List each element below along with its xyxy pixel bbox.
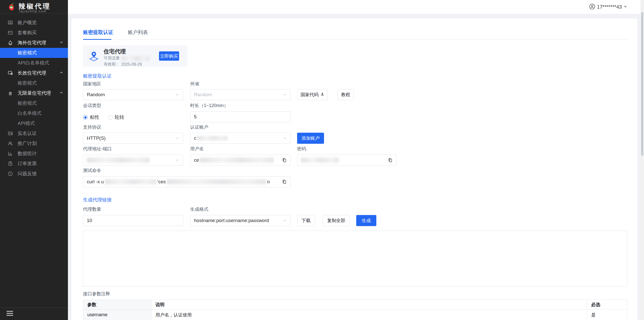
auth-account-redacted	[197, 136, 227, 140]
wallet-icon	[8, 30, 13, 35]
protocol-label: 支持协议	[83, 124, 101, 130]
table-row: username 用户名，认证使用 是	[83, 310, 627, 320]
auth-account-label: 认证账户	[190, 124, 208, 130]
sidebar-item-package-purchase[interactable]: 套餐购买	[0, 28, 68, 38]
proxy-layers-pin-icon	[88, 50, 100, 64]
radio-dot	[83, 115, 88, 120]
param-note-label: 接口参数注释	[83, 291, 110, 297]
tab-credential-extract-auth[interactable]: 账密提取认证	[83, 29, 113, 40]
sidebar-item-realname-auth[interactable]: 实名认证	[0, 128, 68, 138]
sidebar-item-whitelist-mode[interactable]: 白名单模式	[0, 108, 68, 118]
country-label: 国家地区	[83, 81, 101, 87]
test-command-part1: curl -x u	[87, 179, 104, 185]
sidebar-item-feedback[interactable]: 问题反馈	[0, 169, 68, 179]
format-select[interactable]: hostname:port:username:password	[190, 215, 291, 226]
password-label: 密码	[297, 146, 306, 152]
test-command-redacted-1	[105, 179, 156, 184]
sidebar-item-credential-mode-unlimited[interactable]: 账密模式	[0, 98, 68, 108]
auth-account-select[interactable]: c	[190, 133, 291, 144]
traffic-label: 可用流量	[104, 56, 120, 61]
sidebar-item-credential-mode-overseas[interactable]: 账密模式	[0, 48, 68, 58]
protocol-select[interactable]: HTTP(S)	[83, 133, 183, 144]
sidebar-item-api-whitelist-mode[interactable]: API白名单模式	[0, 58, 68, 68]
active-tab-underline	[83, 39, 111, 40]
proxy-count-input[interactable]	[83, 215, 183, 226]
username-text: 17*******43	[597, 4, 622, 10]
param-cell-desc: 用户名，认证使用	[151, 310, 587, 320]
param-table-header-row: 参数 说明 必选	[83, 300, 627, 310]
sidebar-item-api-mode[interactable]: API模式	[0, 118, 68, 128]
test-command-part3: n	[267, 179, 270, 185]
people-icon	[8, 141, 13, 146]
product-summary-card: 住宅代理 可用流量 有效期： 2025-09-29 立即购买	[83, 45, 187, 67]
brand-logo: 辣椒代理 lajiaohttp.com	[0, 0, 68, 14]
test-command-field[interactable]: curl -x u 'ces n	[83, 176, 291, 187]
username-label: 用户名	[190, 146, 204, 152]
chevron-up-icon	[59, 90, 63, 96]
generate-button[interactable]: 生成	[356, 215, 376, 226]
proxy-count-label: 代理数量	[83, 206, 101, 212]
proxy-address-label: 代理地址-端口	[83, 146, 112, 152]
auth-account-visible-text: c	[194, 135, 196, 141]
radio-dot	[108, 115, 112, 120]
param-header-desc: 说明	[151, 300, 587, 310]
water-drop-icon	[8, 40, 13, 46]
exclamation-circle-icon	[8, 171, 13, 176]
topbar: 17*******43	[68, 0, 640, 14]
chevron-down-icon	[283, 219, 287, 223]
sidebar-item-referral-plan[interactable]: 推广计划	[0, 138, 68, 149]
expiry-value: 2025-09-29	[121, 62, 142, 67]
content-card: 账密提取认证 账户列表 住宅代理 可用流量 有效期： 2025-09-29 立即…	[71, 18, 637, 320]
sidebar-item-orders-invoices[interactable]: 订单发票	[0, 159, 68, 169]
section-generate-links-heading[interactable]: 生成代理链接	[83, 197, 112, 203]
radio-sticky[interactable]: 粘性	[83, 114, 99, 121]
sidebar-group-longterm-residential[interactable]: 长效住宅代理	[0, 68, 68, 78]
section-credential-extract-heading[interactable]: 账密提取认证	[83, 73, 112, 79]
state-select[interactable]: Random	[190, 89, 291, 100]
id-card-icon	[8, 131, 13, 136]
username-redacted	[199, 158, 274, 163]
copy-icon[interactable]	[282, 158, 287, 163]
tab-bar: 账密提取认证 账户列表	[83, 29, 148, 40]
generated-links-textarea[interactable]	[83, 231, 627, 287]
collapse-sidebar-button[interactable]	[7, 311, 13, 317]
add-account-button[interactable]: 添加账户	[297, 133, 324, 144]
buy-now-button[interactable]: 立即购买	[159, 51, 179, 61]
billboard-icon	[8, 20, 13, 25]
bar-chart-icon	[8, 151, 13, 156]
tutorial-button[interactable]: 教程	[338, 89, 354, 100]
proxy-address-select[interactable]	[83, 155, 183, 166]
tab-account-list[interactable]: 账户列表	[128, 29, 148, 40]
sidebar-item-data-statistics[interactable]: 数据统计	[0, 149, 68, 159]
session-type-label: 会话类型	[83, 102, 101, 109]
scrollbar-thumb[interactable]	[641, 12, 643, 156]
radio-rotate[interactable]: 轮转	[108, 114, 124, 121]
sidebar-nav: 账户概览 套餐购买 海外住宅代理 账密模式	[0, 18, 68, 179]
user-menu[interactable]: 17*******43	[589, 0, 627, 14]
chevron-down-icon	[175, 158, 179, 162]
sidebar-item-credential-mode-longterm[interactable]: 账密模式	[0, 78, 68, 88]
sidebar-footer-divider	[0, 308, 68, 308]
copy-icon[interactable]	[388, 158, 393, 163]
sidebar-group-overseas-residential[interactable]: 海外住宅代理	[0, 38, 68, 48]
chevron-down-icon	[175, 136, 179, 140]
chevron-down-icon	[283, 93, 287, 97]
download-button[interactable]: 下载	[297, 215, 315, 226]
country-code-download-button[interactable]: 国家代码	[297, 89, 328, 100]
clipboard-icon	[8, 161, 13, 166]
username-field[interactable]: ce	[190, 155, 291, 166]
username-visible-text: ce	[194, 157, 199, 163]
sidebar-item-account-overview[interactable]: 账户概览	[0, 18, 68, 28]
tabs-divider	[83, 40, 627, 40]
brand-domain: lajiaohttp.com	[19, 10, 47, 13]
sidebar-group-unlimited-residential[interactable]: 无限量住宅代理	[0, 88, 68, 98]
vertical-scrollbar[interactable]	[640, 0, 644, 320]
copy-all-button[interactable]: 复制全部	[323, 215, 350, 226]
copy-icon[interactable]	[282, 179, 287, 184]
country-select[interactable]: Random	[83, 89, 183, 100]
param-header-name: 参数	[83, 300, 151, 310]
password-field[interactable]	[297, 155, 396, 166]
param-header-required: 必选	[587, 300, 627, 310]
test-command-redacted-2	[167, 179, 266, 184]
duration-input[interactable]	[190, 111, 291, 122]
